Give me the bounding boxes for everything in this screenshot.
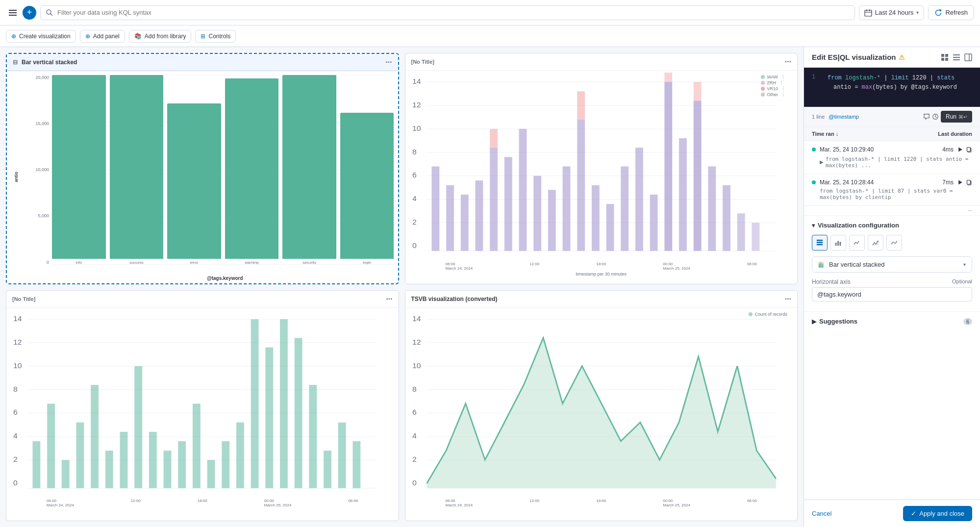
history-duration-2: 7ms (942, 179, 954, 186)
timeseries-chart-svg-2: 14 12 10 8 6 4 2 0 (407, 73, 796, 260)
horizontal-axis-label: Horizontal axis Optional (812, 278, 972, 285)
timestamp-badge[interactable]: @timestamp (829, 114, 859, 120)
svg-text:0: 0 (13, 478, 18, 487)
add-panel-button[interactable]: ⊕ Add panel (80, 30, 125, 43)
svg-rect-134 (840, 242, 841, 246)
x-axis-label: @tags.keyword (56, 276, 394, 281)
visualization-config: ▾ Visualization configuration (804, 215, 980, 311)
right-panel-footer: Cancel ✓ Apply and close (804, 500, 980, 527)
svg-rect-79 (120, 431, 128, 488)
run-button[interactable]: Run ⌘↵ (941, 111, 972, 123)
svg-text:14: 14 (412, 77, 421, 85)
right-panel-header: Edit ES|QL visualization ⚠ (804, 47, 980, 68)
panel-options-icon-4[interactable]: ··· (785, 295, 791, 303)
panel-right-icon[interactable] (964, 53, 972, 61)
svg-rect-41 (591, 185, 599, 251)
play-icon-2[interactable] (957, 179, 963, 185)
svg-rect-136 (819, 262, 820, 264)
suggestions-header[interactable]: ▶ Suggestions 6 (812, 318, 972, 325)
apply-close-button[interactable]: ✓ Apply and close (903, 506, 972, 521)
comment-icon[interactable] (923, 113, 930, 120)
svg-rect-35 (504, 157, 512, 251)
svg-rect-95 (352, 441, 360, 488)
history-item-2[interactable]: Mar. 25, 24 10:28:44 7ms from logstash-*… (804, 174, 980, 206)
bar-chart-panel: ⊟ Bar vertical stacked ··· antio 20,000 … (6, 53, 399, 284)
panel-options-icon-3[interactable]: ··· (386, 295, 392, 303)
chevron-down-vis: ▾ (812, 222, 815, 229)
plus-circle-icon: ⊕ (11, 33, 16, 40)
layout-icon[interactable] (941, 53, 949, 61)
history-item-header-2: Mar. 25, 24 10:28:44 7ms (812, 179, 972, 186)
vis-tab-bar[interactable] (830, 235, 846, 251)
refresh-button[interactable]: Refresh (928, 5, 974, 20)
legend-zrh: ZRH ⋮ (761, 80, 785, 85)
panel-header-4: TSVB visualization (converted) ··· (405, 291, 798, 308)
play-icon-1[interactable] (957, 147, 963, 152)
search-bar[interactable] (40, 5, 855, 20)
list-icon[interactable] (953, 53, 960, 61)
svg-rect-138 (820, 261, 822, 263)
svg-rect-0 (9, 10, 17, 11)
svg-rect-135 (819, 264, 820, 268)
code-editor[interactable]: 1 from logstash-* | limit 1220 | statsan… (804, 68, 980, 107)
history-item-1[interactable]: Mar. 25, 24 10:29:40 4ms ▶ from logstash… (804, 141, 980, 174)
chevron-down-icon: ▾ (916, 10, 919, 15)
vis-tab-metric[interactable] (886, 235, 902, 251)
panel-options-icon-2[interactable]: ··· (785, 57, 791, 66)
vis-tab-area[interactable] (868, 235, 883, 251)
history-icon[interactable] (932, 113, 939, 120)
svg-rect-81 (149, 431, 157, 488)
history-actions-1 (957, 147, 972, 152)
svg-rect-31 (446, 185, 454, 251)
history-query-1: from logstash-* | limit 1220 | stats ant… (826, 156, 972, 169)
svg-text:4: 4 (412, 431, 416, 440)
svg-rect-93 (324, 451, 331, 488)
vis-tab-table[interactable] (812, 235, 828, 251)
y-axis-label: antio (14, 172, 19, 182)
expand-icon-1[interactable]: ▶ (820, 159, 824, 165)
svg-rect-91 (295, 338, 302, 488)
panel-options-icon[interactable]: ··· (385, 58, 392, 67)
dashboard-grid: ⊟ Bar vertical stacked ··· antio 20,000 … (0, 47, 804, 527)
panel-title-2: [No Title] (411, 59, 434, 65)
svg-text:2: 2 (412, 218, 416, 226)
create-visualization-button[interactable]: ⊕ Create visualization (6, 30, 76, 43)
copy-icon-2[interactable] (966, 179, 972, 185)
svg-text:8: 8 (412, 148, 416, 156)
vis-type-selector[interactable]: Bar vertical stacked ▾ (812, 256, 972, 273)
time-picker[interactable]: Last 24 hours ▾ (859, 5, 925, 20)
svg-rect-87 (236, 422, 244, 488)
bar-success: success (110, 75, 164, 265)
panel-body: antio 20,000 15,000 10,000 5,000 0 (7, 71, 398, 283)
add-from-library-button[interactable]: 📚 Add from library (129, 30, 192, 43)
chart-legend: WAW ⋮ ZRH ⋮ VR10 ⋮ Othe (761, 75, 785, 98)
copy-icon-1[interactable] (966, 147, 972, 152)
controls-button[interactable]: ⊞ Controls (195, 30, 236, 43)
refresh-label: Refresh (945, 9, 968, 16)
add-button[interactable]: + (23, 6, 36, 20)
subtoolbar: ⊕ Create visualization ⊕ Add panel 📚 Add… (0, 25, 980, 47)
svg-text:12: 12 (13, 338, 22, 346)
search-input[interactable] (57, 9, 850, 16)
tsvb-chart-svg: 14 12 10 8 6 4 2 0 (407, 310, 796, 498)
svg-marker-123 (958, 148, 962, 152)
panel-title-4: TSVB visualization (converted) (411, 296, 498, 302)
svg-rect-130 (817, 242, 823, 243)
svg-text:10: 10 (13, 361, 22, 369)
svg-text:6: 6 (412, 408, 416, 416)
vis-config-header[interactable]: ▾ Visualization configuration (812, 222, 972, 229)
svg-rect-43 (621, 166, 628, 251)
horizontal-axis-value[interactable]: @tags.keyword (812, 287, 972, 301)
code-line-1: 1 from logstash-* | limit 1220 | statsan… (812, 74, 972, 92)
svg-text:4: 4 (412, 195, 416, 203)
cancel-button[interactable]: Cancel (812, 510, 831, 517)
svg-rect-37 (533, 176, 541, 251)
query-actions: Run ⌘↵ (923, 111, 972, 123)
svg-text:6: 6 (13, 408, 18, 416)
history-actions-2 (957, 179, 972, 185)
vis-tab-line[interactable] (849, 235, 865, 251)
hamburger-menu-icon[interactable] (6, 6, 20, 20)
svg-rect-5 (865, 10, 872, 16)
svg-rect-55 (664, 73, 672, 82)
bars-container: info success error (52, 75, 394, 276)
